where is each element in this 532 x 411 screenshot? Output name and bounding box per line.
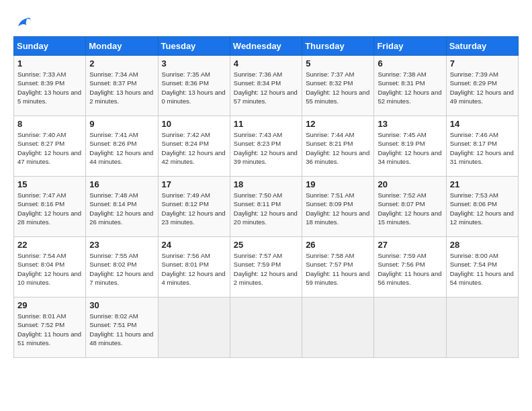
day-number: 9 — [89, 119, 154, 129]
calendar-cell: 2 Sunrise: 7:34 AM Sunset: 8:37 PM Dayli… — [86, 56, 158, 116]
day-number: 22 — [17, 240, 82, 250]
day-number: 17 — [162, 179, 226, 189]
calendar-cell: 16 Sunrise: 7:48 AM Sunset: 8:14 PM Dayl… — [86, 177, 158, 237]
day-number: 5 — [306, 58, 370, 68]
day-number: 7 — [450, 58, 515, 68]
day-number: 24 — [162, 240, 226, 250]
day-number: 20 — [378, 179, 442, 189]
weekday-header-thursday: Thursday — [302, 37, 374, 56]
day-info: Sunrise: 7:44 AM Sunset: 8:21 PM Dayligh… — [306, 130, 370, 166]
page-header — [13, 13, 519, 32]
day-info: Sunrise: 7:33 AM Sunset: 8:39 PM Dayligh… — [17, 70, 82, 105]
calendar-cell: 1 Sunrise: 7:33 AM Sunset: 8:39 PM Dayli… — [14, 56, 86, 116]
day-number: 18 — [234, 179, 298, 189]
calendar-cell — [374, 298, 446, 358]
day-number: 6 — [378, 58, 442, 68]
calendar-cell: 9 Sunrise: 7:41 AM Sunset: 8:26 PM Dayli… — [86, 116, 158, 177]
calendar-cell: 12 Sunrise: 7:44 AM Sunset: 8:21 PM Dayl… — [302, 116, 374, 177]
day-info: Sunrise: 7:58 AM Sunset: 7:57 PM Dayligh… — [306, 251, 370, 287]
day-number: 25 — [234, 240, 298, 250]
day-number: 21 — [450, 179, 515, 189]
day-number: 14 — [450, 119, 515, 129]
calendar-cell: 22 Sunrise: 7:54 AM Sunset: 8:04 PM Dayl… — [14, 237, 86, 298]
calendar-cell: 25 Sunrise: 7:57 AM Sunset: 7:59 PM Dayl… — [230, 237, 302, 298]
day-number: 1 — [17, 58, 82, 68]
weekday-header-saturday: Saturday — [446, 37, 518, 56]
calendar-cell: 14 Sunrise: 7:46 AM Sunset: 8:17 PM Dayl… — [446, 116, 518, 177]
calendar-cell: 11 Sunrise: 7:43 AM Sunset: 8:23 PM Dayl… — [230, 116, 302, 177]
calendar-week-1: 1 Sunrise: 7:33 AM Sunset: 8:39 PM Dayli… — [14, 56, 519, 116]
calendar-cell — [230, 298, 302, 358]
calendar-cell: 5 Sunrise: 7:37 AM Sunset: 8:32 PM Dayli… — [302, 56, 374, 116]
day-number: 13 — [378, 119, 442, 129]
weekday-header-sunday: Sunday — [14, 37, 86, 56]
day-info: Sunrise: 7:40 AM Sunset: 8:27 PM Dayligh… — [17, 130, 82, 166]
day-info: Sunrise: 7:39 AM Sunset: 8:29 PM Dayligh… — [450, 70, 515, 105]
day-number: 12 — [306, 119, 370, 129]
calendar-cell: 6 Sunrise: 7:38 AM Sunset: 8:31 PM Dayli… — [374, 56, 446, 116]
day-number: 8 — [17, 119, 82, 129]
day-info: Sunrise: 7:45 AM Sunset: 8:19 PM Dayligh… — [378, 130, 442, 166]
calendar-cell: 21 Sunrise: 7:53 AM Sunset: 8:06 PM Dayl… — [446, 177, 518, 237]
day-info: Sunrise: 7:57 AM Sunset: 7:59 PM Dayligh… — [234, 251, 298, 287]
day-info: Sunrise: 7:35 AM Sunset: 8:36 PM Dayligh… — [162, 70, 226, 105]
calendar-cell — [158, 298, 230, 358]
day-info: Sunrise: 7:41 AM Sunset: 8:26 PM Dayligh… — [89, 130, 154, 166]
calendar-cell: 3 Sunrise: 7:35 AM Sunset: 8:36 PM Dayli… — [158, 56, 230, 116]
day-number: 26 — [306, 240, 370, 250]
day-number: 15 — [17, 179, 82, 189]
day-info: Sunrise: 7:55 AM Sunset: 8:02 PM Dayligh… — [89, 251, 154, 287]
day-number: 10 — [162, 119, 226, 129]
day-info: Sunrise: 7:37 AM Sunset: 8:32 PM Dayligh… — [306, 70, 370, 105]
day-info: Sunrise: 8:01 AM Sunset: 7:52 PM Dayligh… — [17, 312, 82, 347]
calendar-week-4: 22 Sunrise: 7:54 AM Sunset: 8:04 PM Dayl… — [14, 237, 519, 298]
calendar-cell: 29 Sunrise: 8:01 AM Sunset: 7:52 PM Dayl… — [14, 298, 86, 358]
day-info: Sunrise: 7:43 AM Sunset: 8:23 PM Dayligh… — [234, 130, 298, 166]
calendar-cell: 19 Sunrise: 7:51 AM Sunset: 8:09 PM Dayl… — [302, 177, 374, 237]
calendar-cell: 18 Sunrise: 7:50 AM Sunset: 8:11 PM Dayl… — [230, 177, 302, 237]
day-info: Sunrise: 8:02 AM Sunset: 7:51 PM Dayligh… — [89, 312, 154, 347]
calendar-cell: 15 Sunrise: 7:47 AM Sunset: 8:16 PM Dayl… — [14, 177, 86, 237]
weekday-header-row: SundayMondayTuesdayWednesdayThursdayFrid… — [14, 37, 519, 56]
calendar-cell: 28 Sunrise: 8:00 AM Sunset: 7:54 PM Dayl… — [446, 237, 518, 298]
day-info: Sunrise: 7:52 AM Sunset: 8:07 PM Dayligh… — [378, 191, 442, 226]
weekday-header-friday: Friday — [374, 37, 446, 56]
calendar-cell: 20 Sunrise: 7:52 AM Sunset: 8:07 PM Dayl… — [374, 177, 446, 237]
calendar-cell: 24 Sunrise: 7:56 AM Sunset: 8:01 PM Dayl… — [158, 237, 230, 298]
day-info: Sunrise: 7:36 AM Sunset: 8:34 PM Dayligh… — [234, 70, 298, 105]
day-info: Sunrise: 7:47 AM Sunset: 8:16 PM Dayligh… — [17, 191, 82, 226]
weekday-header-monday: Monday — [86, 37, 158, 56]
calendar-week-3: 15 Sunrise: 7:47 AM Sunset: 8:16 PM Dayl… — [14, 177, 519, 237]
calendar-cell: 10 Sunrise: 7:42 AM Sunset: 8:24 PM Dayl… — [158, 116, 230, 177]
calendar-cell: 4 Sunrise: 7:36 AM Sunset: 8:34 PM Dayli… — [230, 56, 302, 116]
calendar-cell: 26 Sunrise: 7:58 AM Sunset: 7:57 PM Dayl… — [302, 237, 374, 298]
day-number: 19 — [306, 179, 370, 189]
day-info: Sunrise: 7:59 AM Sunset: 7:56 PM Dayligh… — [378, 251, 442, 287]
day-number: 3 — [162, 58, 226, 68]
weekday-header-wednesday: Wednesday — [230, 37, 302, 56]
logo-icon — [13, 13, 32, 32]
day-info: Sunrise: 7:53 AM Sunset: 8:06 PM Dayligh… — [450, 191, 515, 226]
day-info: Sunrise: 7:46 AM Sunset: 8:17 PM Dayligh… — [450, 130, 515, 166]
day-info: Sunrise: 7:50 AM Sunset: 8:11 PM Dayligh… — [234, 191, 298, 226]
day-info: Sunrise: 7:38 AM Sunset: 8:31 PM Dayligh… — [378, 70, 442, 105]
day-number: 29 — [17, 300, 82, 310]
calendar-cell: 8 Sunrise: 7:40 AM Sunset: 8:27 PM Dayli… — [14, 116, 86, 177]
calendar-week-5: 29 Sunrise: 8:01 AM Sunset: 7:52 PM Dayl… — [14, 298, 519, 358]
calendar-cell: 7 Sunrise: 7:39 AM Sunset: 8:29 PM Dayli… — [446, 56, 518, 116]
day-number: 30 — [89, 300, 154, 310]
day-number: 4 — [234, 58, 298, 68]
day-number: 23 — [89, 240, 154, 250]
calendar-cell: 17 Sunrise: 7:49 AM Sunset: 8:12 PM Dayl… — [158, 177, 230, 237]
calendar-table: SundayMondayTuesdayWednesdayThursdayFrid… — [13, 36, 519, 358]
calendar-cell: 23 Sunrise: 7:55 AM Sunset: 8:02 PM Dayl… — [86, 237, 158, 298]
day-info: Sunrise: 7:48 AM Sunset: 8:14 PM Dayligh… — [89, 191, 154, 226]
day-info: Sunrise: 7:51 AM Sunset: 8:09 PM Dayligh… — [306, 191, 370, 226]
day-number: 11 — [234, 119, 298, 129]
day-info: Sunrise: 7:34 AM Sunset: 8:37 PM Dayligh… — [89, 70, 154, 105]
calendar-cell: 30 Sunrise: 8:02 AM Sunset: 7:51 PM Dayl… — [86, 298, 158, 358]
calendar-week-2: 8 Sunrise: 7:40 AM Sunset: 8:27 PM Dayli… — [14, 116, 519, 177]
day-number: 2 — [89, 58, 154, 68]
logo — [13, 13, 35, 32]
weekday-header-tuesday: Tuesday — [158, 37, 230, 56]
